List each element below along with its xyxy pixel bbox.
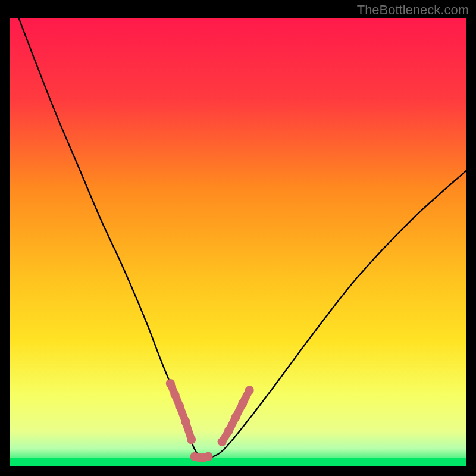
marker-band-left-dot xyxy=(166,379,175,388)
chart-frame: TheBottleneck.com xyxy=(0,0,476,476)
plot-background xyxy=(10,18,466,466)
marker-band-left-dot xyxy=(175,402,184,411)
marker-band-left-dot xyxy=(187,435,196,444)
marker-band-right-dot xyxy=(218,437,227,446)
marker-band-bottom-dot xyxy=(204,452,213,461)
marker-band-right-dot xyxy=(231,413,240,422)
marker-band-left-dot xyxy=(170,390,179,399)
marker-band-right-dot xyxy=(245,386,254,394)
marker-band-right-dot xyxy=(238,399,247,408)
watermark-text: TheBottleneck.com xyxy=(357,2,469,18)
chart-svg xyxy=(0,0,476,476)
bottom-green-strip xyxy=(10,458,466,466)
marker-band-right-dot xyxy=(224,426,233,435)
marker-band-left-dot xyxy=(181,417,190,426)
